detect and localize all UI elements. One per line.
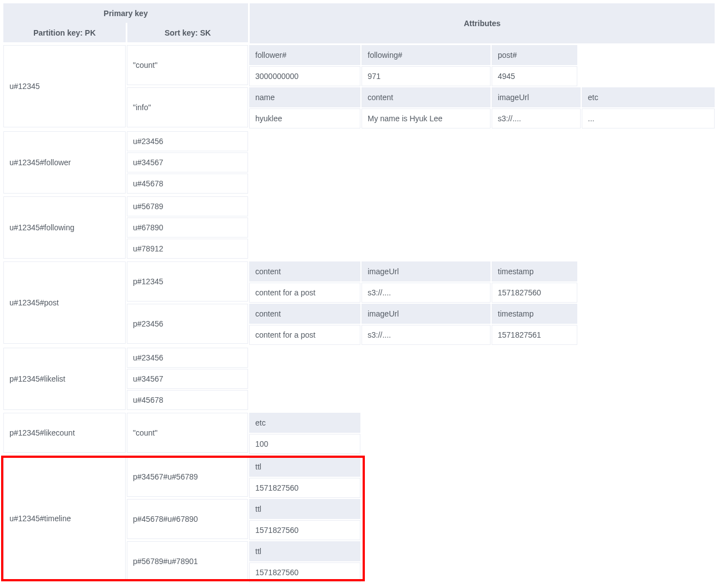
sk-cell: p#45678#u#67890 bbox=[127, 499, 248, 539]
attr-value: content for a post bbox=[249, 283, 360, 303]
attr-header: etc bbox=[249, 413, 360, 433]
dynamodb-table-diagram: Primary key Attributes Partition key: PK… bbox=[3, 3, 715, 582]
sk-cell: "count" bbox=[127, 45, 248, 85]
row-timeline-1: p#45678#u#67890 ttl 1571827560 bbox=[127, 499, 360, 540]
attr-header: timestamp bbox=[492, 261, 577, 281]
row-count: "count" follower# following# post# 30000… bbox=[127, 45, 715, 86]
attr-header: content bbox=[362, 87, 491, 107]
sk-cell: u#23456 bbox=[127, 131, 248, 151]
attr-value: hyuklee bbox=[249, 108, 360, 129]
section-timeline: u#12345#timeline p#34567#u#56789 ttl 157… bbox=[3, 457, 715, 582]
pk-cell: p#12345#likecount bbox=[3, 413, 126, 453]
attr-value: 1571827561 bbox=[492, 325, 577, 345]
attr-value: 3000000000 bbox=[249, 66, 360, 86]
attr-header: name bbox=[249, 87, 360, 107]
attr-value: s3://.... bbox=[362, 283, 491, 303]
sk-cell: u#78912 bbox=[127, 239, 248, 259]
attr-header: content bbox=[249, 261, 360, 281]
sk-cell: "count" bbox=[127, 413, 248, 453]
attr-value: 4945 bbox=[492, 66, 577, 86]
attr-header: imageUrl bbox=[362, 304, 491, 324]
pk-cell: p#12345#likelist bbox=[3, 348, 126, 410]
section-posts: u#12345#post p#12345 content imageUrl ti… bbox=[3, 261, 715, 345]
sk-cell: u#56789 bbox=[127, 196, 248, 216]
attr-value: 1571827560 bbox=[249, 562, 360, 582]
attr-header: ttl bbox=[249, 541, 360, 561]
pk-cell: u#12345#following bbox=[3, 196, 126, 259]
row-post-0: p#12345 content imageUrl timestamp conte… bbox=[127, 261, 584, 303]
attr-header: timestamp bbox=[492, 304, 577, 324]
attr-value: s3://.... bbox=[492, 108, 581, 129]
sk-cell: u#23456 bbox=[127, 348, 248, 368]
pk-cell: u#12345#post bbox=[3, 261, 126, 344]
attr-header: content bbox=[249, 304, 360, 324]
sk-cell: p#23456 bbox=[127, 304, 248, 344]
attr-header: post# bbox=[492, 45, 577, 65]
attr-value: My name is Hyuk Lee bbox=[362, 108, 491, 129]
sk-cell: p#56789#u#78901 bbox=[127, 541, 248, 581]
row-info: "info" name content imageUrl etc hyuklee… bbox=[127, 87, 715, 129]
header-primary-key: Primary key bbox=[3, 3, 248, 23]
sk-cell: u#34567 bbox=[127, 369, 248, 389]
attr-header: following# bbox=[362, 45, 491, 65]
sk-cell: u#34567 bbox=[127, 152, 248, 172]
attr-header: imageUrl bbox=[492, 87, 581, 107]
attr-value: 1571827560 bbox=[492, 283, 577, 303]
sk-cell: "info" bbox=[127, 87, 248, 127]
sk-cell: p#34567#u#56789 bbox=[127, 457, 248, 497]
attr-value: 100 bbox=[249, 434, 360, 454]
pk-cell: u#12345 bbox=[3, 45, 126, 127]
attr-value: content for a post bbox=[249, 325, 360, 345]
section-likecount: p#12345#likecount "count" etc 100 bbox=[3, 413, 715, 454]
attr-header: ttl bbox=[249, 499, 360, 519]
sk-cell: u#45678 bbox=[127, 174, 248, 194]
row-post-1: p#23456 content imageUrl timestamp conte… bbox=[127, 304, 584, 345]
attr-header: follower# bbox=[249, 45, 360, 65]
sk-cell: p#12345 bbox=[127, 261, 248, 302]
header-partition-key: Partition key: PK bbox=[3, 23, 126, 42]
attr-value: s3://.... bbox=[362, 325, 491, 345]
section-follower: u#12345#follower u#23456 u#34567 u#45678 bbox=[3, 131, 715, 194]
section-likelist: p#12345#likelist u#23456 u#34567 u#45678 bbox=[3, 348, 715, 410]
attr-header: imageUrl bbox=[362, 261, 491, 281]
pk-cell: u#12345#follower bbox=[3, 131, 126, 194]
attr-value: ... bbox=[582, 108, 715, 129]
attr-value: 1571827560 bbox=[249, 478, 360, 498]
header-row-2: Partition key: PK Sort key: SK bbox=[3, 23, 715, 42]
row-timeline-0: p#34567#u#56789 ttl 1571827560 bbox=[127, 457, 360, 498]
header-sort-key: Sort key: SK bbox=[127, 23, 248, 42]
attr-value: 1571827560 bbox=[249, 520, 360, 540]
section-following: u#12345#following u#56789 u#67890 u#7891… bbox=[3, 196, 715, 259]
attr-header: etc bbox=[582, 87, 715, 107]
attr-value: 971 bbox=[362, 66, 491, 86]
sk-cell: u#45678 bbox=[127, 390, 248, 410]
attr-header: ttl bbox=[249, 457, 360, 477]
pk-cell: u#12345#timeline bbox=[3, 457, 126, 580]
row-timeline-2: p#56789#u#78901 ttl 1571827560 bbox=[127, 541, 360, 582]
section-user-main: u#12345 "count" follower# following# pos… bbox=[3, 45, 715, 129]
sk-cell: u#67890 bbox=[127, 218, 248, 238]
